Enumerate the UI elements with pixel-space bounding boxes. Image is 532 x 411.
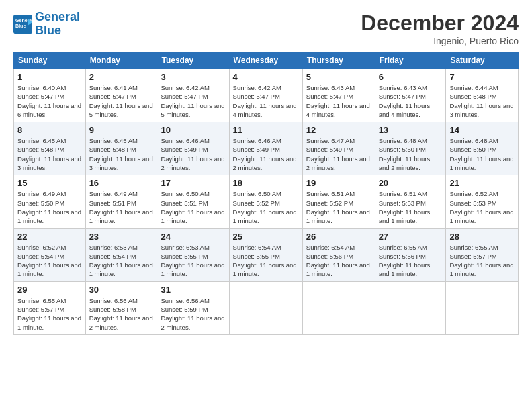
day-number: 9 [89, 125, 154, 135]
table-cell: 24Sunrise: 6:53 AMSunset: 5:55 PMDayligh… [157, 228, 229, 281]
table-cell: 4Sunrise: 6:42 AMSunset: 5:47 PMDaylight… [229, 69, 302, 122]
col-thursday: Thursday [302, 52, 375, 69]
logo-icon: General Blue [13, 15, 32, 34]
day-info: Sunrise: 6:53 AMSunset: 5:55 PMDaylight:… [161, 243, 225, 279]
location: Ingenio, Puerto Rico [361, 36, 519, 46]
day-number: 19 [306, 178, 371, 188]
table-cell: 21Sunrise: 6:52 AMSunset: 5:53 PMDayligh… [446, 175, 519, 228]
day-info: Sunrise: 6:46 AMSunset: 5:49 PMDaylight:… [233, 136, 299, 172]
day-info: Sunrise: 6:43 AMSunset: 5:47 PMDaylight:… [306, 83, 371, 119]
table-cell: 28Sunrise: 6:55 AMSunset: 5:57 PMDayligh… [446, 228, 519, 281]
day-info: Sunrise: 6:41 AMSunset: 5:47 PMDaylight:… [89, 83, 154, 119]
day-number: 15 [17, 178, 82, 188]
day-number: 5 [306, 72, 371, 82]
day-number: 13 [379, 125, 443, 135]
calendar-header-row: Sunday Monday Tuesday Wednesday Thursday… [14, 52, 519, 69]
day-info: Sunrise: 6:49 AMSunset: 5:50 PMDaylight:… [17, 189, 82, 225]
day-number: 18 [233, 178, 299, 188]
table-cell: 5Sunrise: 6:43 AMSunset: 5:47 PMDaylight… [302, 69, 375, 122]
table-cell: 1Sunrise: 6:40 AMSunset: 5:47 PMDaylight… [14, 69, 86, 122]
day-number: 25 [233, 232, 299, 242]
calendar-row-1: 1Sunrise: 6:40 AMSunset: 5:47 PMDaylight… [14, 69, 519, 122]
col-saturday: Saturday [446, 52, 519, 69]
table-cell: 23Sunrise: 6:53 AMSunset: 5:54 PMDayligh… [85, 228, 157, 281]
day-info: Sunrise: 6:42 AMSunset: 5:47 PMDaylight:… [233, 83, 299, 119]
day-info: Sunrise: 6:45 AMSunset: 5:48 PMDaylight:… [89, 136, 154, 172]
table-cell: 12Sunrise: 6:47 AMSunset: 5:49 PMDayligh… [302, 122, 375, 175]
day-info: Sunrise: 6:42 AMSunset: 5:47 PMDaylight:… [161, 83, 225, 119]
day-info: Sunrise: 6:56 AMSunset: 5:59 PMDaylight:… [161, 296, 225, 332]
table-cell: 16Sunrise: 6:49 AMSunset: 5:51 PMDayligh… [85, 175, 157, 228]
month-title: December 2024 [361, 11, 519, 36]
table-cell: 14Sunrise: 6:48 AMSunset: 5:50 PMDayligh… [446, 122, 519, 175]
day-number: 26 [306, 232, 371, 242]
day-number: 10 [161, 125, 225, 135]
day-info: Sunrise: 6:47 AMSunset: 5:49 PMDaylight:… [306, 136, 371, 172]
table-cell [446, 281, 519, 334]
table-cell: 20Sunrise: 6:51 AMSunset: 5:53 PMDayligh… [375, 175, 446, 228]
day-info: Sunrise: 6:51 AMSunset: 5:52 PMDaylight:… [306, 189, 371, 225]
col-monday: Monday [85, 52, 157, 69]
day-info: Sunrise: 6:55 AMSunset: 5:57 PMDaylight:… [17, 296, 82, 332]
col-tuesday: Tuesday [157, 52, 229, 69]
day-number: 17 [161, 178, 225, 188]
day-info: Sunrise: 6:50 AMSunset: 5:52 PMDaylight:… [233, 189, 299, 225]
day-number: 11 [233, 125, 299, 135]
calendar-row-4: 22Sunrise: 6:52 AMSunset: 5:54 PMDayligh… [14, 228, 519, 281]
day-number: 22 [17, 232, 82, 242]
day-info: Sunrise: 6:55 AMSunset: 5:57 PMDaylight:… [449, 243, 515, 279]
day-number: 27 [379, 232, 443, 242]
table-cell: 3Sunrise: 6:42 AMSunset: 5:47 PMDaylight… [157, 69, 229, 122]
day-info: Sunrise: 6:55 AMSunset: 5:56 PMDaylight:… [379, 243, 443, 279]
table-cell [375, 281, 446, 334]
day-info: Sunrise: 6:44 AMSunset: 5:48 PMDaylight:… [449, 83, 515, 119]
table-cell: 6Sunrise: 6:43 AMSunset: 5:47 PMDaylight… [375, 69, 446, 122]
table-cell: 8Sunrise: 6:45 AMSunset: 5:48 PMDaylight… [14, 122, 86, 175]
day-number: 16 [89, 178, 154, 188]
table-cell: 17Sunrise: 6:50 AMSunset: 5:51 PMDayligh… [157, 175, 229, 228]
table-cell: 13Sunrise: 6:48 AMSunset: 5:50 PMDayligh… [375, 122, 446, 175]
table-cell: 18Sunrise: 6:50 AMSunset: 5:52 PMDayligh… [229, 175, 302, 228]
calendar-row-5: 29Sunrise: 6:55 AMSunset: 5:57 PMDayligh… [14, 281, 519, 334]
table-cell: 10Sunrise: 6:46 AMSunset: 5:49 PMDayligh… [157, 122, 229, 175]
day-number: 21 [449, 178, 515, 188]
day-info: Sunrise: 6:49 AMSunset: 5:51 PMDaylight:… [89, 189, 154, 225]
page: General Blue General Blue December 2024 … [0, 0, 532, 411]
day-info: Sunrise: 6:43 AMSunset: 5:47 PMDaylight:… [379, 83, 443, 119]
day-number: 2 [89, 72, 154, 82]
header: General Blue General Blue December 2024 … [13, 11, 519, 46]
table-cell [229, 281, 302, 334]
calendar-table: Sunday Monday Tuesday Wednesday Thursday… [13, 52, 519, 335]
day-info: Sunrise: 6:50 AMSunset: 5:51 PMDaylight:… [161, 189, 225, 225]
svg-text:Blue: Blue [15, 24, 26, 28]
table-cell: 25Sunrise: 6:54 AMSunset: 5:55 PMDayligh… [229, 228, 302, 281]
table-cell: 31Sunrise: 6:56 AMSunset: 5:59 PMDayligh… [157, 281, 229, 334]
title-block: December 2024 Ingenio, Puerto Rico [361, 11, 519, 46]
day-info: Sunrise: 6:54 AMSunset: 5:55 PMDaylight:… [233, 243, 299, 279]
table-cell: 9Sunrise: 6:45 AMSunset: 5:48 PMDaylight… [85, 122, 157, 175]
calendar-row-2: 8Sunrise: 6:45 AMSunset: 5:48 PMDaylight… [14, 122, 519, 175]
day-info: Sunrise: 6:51 AMSunset: 5:53 PMDaylight:… [379, 189, 443, 225]
day-number: 12 [306, 125, 371, 135]
col-sunday: Sunday [14, 52, 86, 69]
day-number: 4 [233, 72, 299, 82]
day-info: Sunrise: 6:40 AMSunset: 5:47 PMDaylight:… [17, 83, 82, 119]
logo-line1: General [35, 10, 80, 24]
table-cell: 26Sunrise: 6:54 AMSunset: 5:56 PMDayligh… [302, 228, 375, 281]
day-number: 3 [161, 72, 225, 82]
day-info: Sunrise: 6:48 AMSunset: 5:50 PMDaylight:… [449, 136, 515, 172]
day-number: 1 [17, 72, 82, 82]
day-info: Sunrise: 6:46 AMSunset: 5:49 PMDaylight:… [161, 136, 225, 172]
day-info: Sunrise: 6:54 AMSunset: 5:56 PMDaylight:… [306, 243, 371, 279]
day-number: 6 [379, 72, 443, 82]
calendar-row-3: 15Sunrise: 6:49 AMSunset: 5:50 PMDayligh… [14, 175, 519, 228]
table-cell: 2Sunrise: 6:41 AMSunset: 5:47 PMDaylight… [85, 69, 157, 122]
table-cell [302, 281, 375, 334]
day-number: 20 [379, 178, 443, 188]
logo-line2: Blue [35, 24, 61, 37]
day-info: Sunrise: 6:52 AMSunset: 5:54 PMDaylight:… [17, 243, 82, 279]
day-number: 7 [449, 72, 515, 82]
logo: General Blue General Blue [13, 11, 80, 38]
day-info: Sunrise: 6:48 AMSunset: 5:50 PMDaylight:… [379, 136, 443, 172]
table-cell: 7Sunrise: 6:44 AMSunset: 5:48 PMDaylight… [446, 69, 519, 122]
